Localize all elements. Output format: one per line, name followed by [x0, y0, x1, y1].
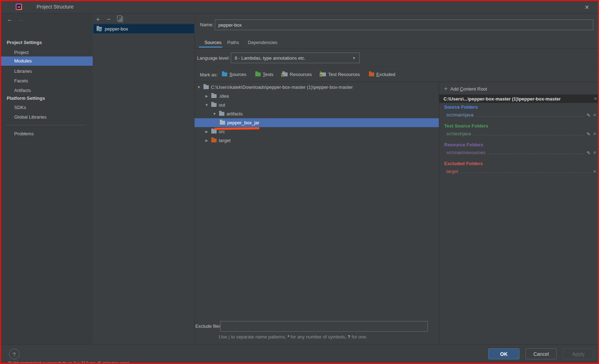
tree-node-pepper-box-jar[interactable]: pepper_box_jar [195, 118, 439, 127]
dotted-leader [473, 135, 584, 135]
folder-icon [211, 103, 217, 107]
mark-as-excluded-button[interactable]: Excluded [369, 72, 395, 77]
sidebar-item-project[interactable]: Project [1, 48, 93, 57]
resource-folders-header: Resource Folders [444, 142, 483, 147]
excluded-folder-icon [369, 72, 374, 76]
folder-icon [219, 112, 224, 116]
title-bar: IJ Project Structure ✕ [1, 1, 598, 13]
sidebar-divider [6, 125, 86, 125]
language-level-select[interactable]: 8 - Lambdas, type annotations etc. ▼ [231, 53, 360, 63]
dotted-leader [461, 173, 590, 173]
remove-module-icon[interactable]: − [107, 16, 110, 22]
test-source-folders-header: Test Source Folders [444, 123, 488, 129]
collapsed-arrow-icon[interactable]: ▶ [204, 130, 209, 134]
edit-pencil-icon[interactable]: ✎ [587, 151, 590, 155]
sidebar-item-global-libraries[interactable]: Global Libraries [1, 113, 93, 122]
excluded-folder-icon [211, 138, 217, 142]
dotted-leader [488, 154, 584, 154]
sidebar-item-artifacts[interactable]: Artifacts [1, 86, 93, 95]
exclude-files-label: Exclude files: [195, 324, 223, 329]
sidebar-item-modules[interactable]: Modules [1, 56, 93, 66]
tree-node-target[interactable]: ▶ target [195, 136, 439, 145]
module-name: pepper-box [105, 26, 128, 32]
tree-node-artifacts[interactable]: ▼ artifacts [195, 109, 439, 118]
active-tab-underline [199, 47, 222, 48]
folder-icon [211, 130, 217, 134]
tree-node-out[interactable]: ▼ out [195, 100, 439, 109]
mark-as-sources-button[interactable]: Sources [222, 72, 246, 77]
dotted-leader [476, 116, 584, 116]
tab-paths[interactable]: Paths [227, 38, 239, 47]
name-label: Name: [200, 22, 213, 27]
exclude-files-hint: Use ; to separate name patterns, * for a… [219, 334, 367, 339]
collapsed-arrow-icon[interactable]: ▶ [204, 138, 209, 142]
collapsed-arrow-icon[interactable]: ▶ [204, 94, 209, 98]
plus-icon: + [444, 86, 447, 92]
remove-folder-icon[interactable]: ✕ [593, 113, 597, 118]
ok-button[interactable]: OK [488, 348, 519, 359]
folder-icon [220, 121, 225, 125]
source-folders-header: Source Folders [444, 104, 478, 110]
sidebar-item-facets[interactable]: Facets [1, 76, 93, 86]
expanded-arrow-icon[interactable]: ▼ [196, 85, 201, 89]
add-module-icon[interactable]: + [96, 16, 100, 22]
tests-folder-icon [255, 72, 261, 76]
tabs-divider [195, 48, 599, 49]
remove-folder-icon[interactable]: ✕ [593, 132, 597, 136]
settings-sidebar: ← → Project Settings Project Modules Lib… [1, 13, 93, 344]
excluded-folder-row[interactable]: target ✕ [446, 169, 597, 174]
module-list-item-pepper-box[interactable]: pepper-box [93, 24, 195, 34]
exclude-files-input[interactable] [220, 321, 428, 332]
remove-folder-icon[interactable]: ✕ [593, 169, 597, 174]
sidebar-item-problems[interactable]: Problems [1, 129, 93, 138]
close-icon[interactable]: ✕ [582, 3, 592, 11]
section-header-project-settings: Project Settings [7, 40, 42, 45]
module-name-input[interactable] [215, 20, 593, 30]
resource-folder-row[interactable]: src\main\resources ✎ ✕ [446, 150, 597, 155]
forward-arrow-icon: → [17, 16, 23, 23]
section-header-platform-settings: Platform Settings [7, 96, 45, 101]
project-structure-dialog: IJ Project Structure ✕ ← → Project Setti… [0, 0, 599, 364]
content-root-panel: + Add Content Root C:\Users\...\pepper-b… [439, 82, 599, 344]
resources-folder-icon [282, 72, 288, 76]
content-root-path: C:\Users\...\pepper-box-master (1)\peppe… [443, 96, 561, 102]
window-title: Project Structure [37, 4, 73, 10]
remove-folder-icon[interactable]: ✕ [593, 151, 597, 155]
status-bar: Build completed successfully in 3 s 713 … [1, 360, 598, 364]
sidebar-item-sdks[interactable]: SDKs [1, 103, 93, 112]
source-folder-row[interactable]: src\main\java ✎ ✕ [446, 112, 597, 118]
mark-as-tests-button[interactable]: Tests [255, 72, 273, 77]
language-level-label: Language level: [197, 55, 230, 61]
edit-pencil-icon[interactable]: ✎ [587, 113, 590, 118]
tab-sources[interactable]: Sources [205, 38, 222, 47]
test-resources-folder-icon [321, 72, 326, 76]
tree-node-src[interactable]: ▶ src [195, 127, 439, 136]
chevron-down-icon: ▼ [352, 56, 356, 60]
expanded-arrow-icon[interactable]: ▼ [212, 112, 217, 116]
language-divider [195, 67, 599, 67]
copy-module-icon[interactable] [118, 17, 123, 22]
cancel-button[interactable]: Cancel [526, 348, 557, 359]
test-source-folder-row[interactable]: src\test\java ✎ ✕ [446, 131, 597, 136]
back-arrow-icon[interactable]: ← [7, 16, 13, 23]
dialog-footer: ? OK Cancel Apply [1, 344, 598, 361]
folder-icon [211, 94, 217, 98]
status-text: Build completed successfully in 3 s 713 … [8, 360, 129, 364]
mark-as-test-resources-button[interactable]: Test Resources [321, 72, 360, 77]
expanded-arrow-icon[interactable]: ▼ [204, 103, 209, 107]
module-list-panel: + − pepper-box [93, 13, 195, 344]
add-content-root-button[interactable]: + Add Content Root [444, 86, 487, 92]
edit-pencil-icon[interactable]: ✎ [587, 132, 590, 136]
tree-node-idea[interactable]: ▶ .idea [195, 92, 439, 100]
intellij-app-icon: IJ [16, 4, 22, 10]
sidebar-item-libraries[interactable]: Libraries [1, 67, 93, 76]
tab-dependencies[interactable]: Dependencies [248, 38, 277, 47]
apply-button: Apply [563, 348, 594, 359]
remove-content-root-icon[interactable]: ✕ [594, 96, 597, 101]
folder-icon [203, 85, 209, 89]
mark-as-resources-button[interactable]: Resources [282, 72, 312, 77]
content-root-header[interactable]: C:\Users\...\pepper-box-master (1)\peppe… [439, 94, 599, 103]
tree-node-root[interactable]: ▼ C:\Users\katek\Downloads\pepper-box-ma… [195, 83, 439, 92]
excluded-folders-header: Excluded Folders [444, 161, 483, 166]
help-icon[interactable]: ? [9, 349, 20, 359]
